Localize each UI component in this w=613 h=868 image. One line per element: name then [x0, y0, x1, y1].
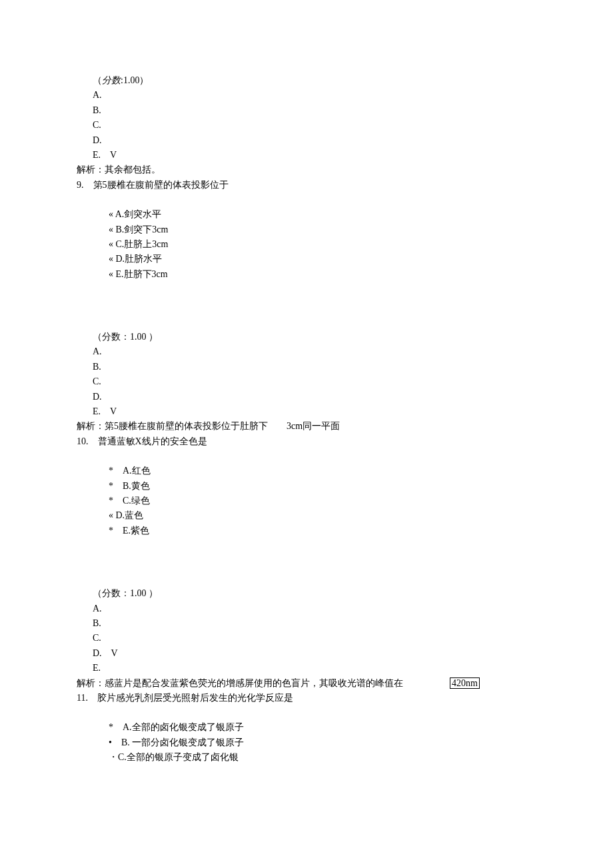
q11-option-a: * A.全部的卤化银变成了银原子 — [77, 720, 536, 735]
score-word: 分数 — [102, 75, 121, 85]
q9-option-a: « A.剑突水平 — [77, 207, 536, 222]
spacer — [77, 193, 536, 207]
q10-option-d: « D.蓝色 — [77, 508, 536, 523]
answer-option-b: B. — [77, 616, 536, 631]
question-text: 第5腰椎在腹前壁的体表投影位于 — [93, 180, 229, 190]
question-number: 9. — [77, 180, 84, 190]
bracket: （ — [93, 75, 102, 85]
explanation-text: 解析：其余都包括。 — [77, 163, 536, 177]
document-page: （分数:1.00） A. B. C. D. E. V 解析：其余都包括。 9. … — [0, 0, 613, 805]
score-line: （分数：1.00 ） — [77, 330, 536, 344]
question-text: 胶片感光乳剂层受光照射后发生的光化学反应是 — [97, 693, 293, 703]
answer-option-c: C. — [77, 631, 536, 646]
question-11: 11. 胶片感光乳剂层受光照射后发生的光化学反应是 — [77, 691, 536, 705]
question-text: 普通蓝敏X线片的安全色是 — [98, 436, 207, 446]
spacer — [77, 538, 536, 586]
q9-option-c: « C.肚脐上3cm — [77, 237, 536, 252]
q9-option-b: « B.剑突下3cm — [77, 222, 536, 237]
answer-option-a: A. — [77, 602, 536, 616]
answer-option-d: D. — [77, 390, 536, 404]
answer-option-e: E. — [77, 661, 536, 675]
score-line: （分数:1.00） — [77, 73, 536, 88]
explain-pre: 解析：感蓝片是配合发蓝紫色荧光的增感屏使用的色盲片，其吸收光谱的峰值在 — [77, 678, 403, 688]
answer-option-d: D. — [77, 133, 536, 148]
explanation-text: 解析：感蓝片是配合发蓝紫色荧光的增感屏使用的色盲片，其吸收光谱的峰值在 420n… — [77, 676, 536, 691]
q10-option-e: * E.紫色 — [77, 524, 536, 538]
q9-option-e: « E.肚脐下3cm — [77, 267, 536, 282]
q10-option-a: * A.红色 — [77, 464, 536, 478]
spacer — [77, 282, 536, 330]
explain-post: 3cm同一平面 — [287, 421, 340, 431]
answer-option-b: B. — [77, 103, 536, 118]
question-number: 11. — [77, 693, 88, 703]
answer-option-c: C. — [77, 374, 536, 389]
question-9: 9. 第5腰椎在腹前壁的体表投影位于 — [77, 178, 536, 193]
q11-option-c: ・C.全部的银原子变成了卤化银 — [77, 750, 536, 765]
answer-option-d: D. V — [77, 646, 536, 661]
explain-pre: 解析：第5腰椎在腹前壁的体表投影位于肚脐下 — [77, 421, 268, 431]
q11-option-b: • B. 一部分卤化银变成了银原子 — [77, 735, 536, 750]
q10-option-c: * C.绿色 — [77, 494, 536, 508]
question-10: 10. 普通蓝敏X线片的安全色是 — [77, 434, 536, 449]
q9-option-d: « D.肚脐水平 — [77, 252, 536, 266]
answer-option-a: A. — [77, 88, 536, 103]
q10-option-b: * B.黄色 — [77, 479, 536, 494]
answer-option-e: E. V — [77, 148, 536, 163]
highlighted-value: 420nm — [450, 677, 480, 689]
spacer — [77, 705, 536, 720]
answer-option-b: B. — [77, 360, 536, 374]
question-number: 10. — [77, 436, 89, 446]
answer-option-c: C. — [77, 118, 536, 133]
answer-option-a: A. — [77, 344, 536, 359]
answer-option-e: E. V — [77, 404, 536, 419]
explanation-text: 解析：第5腰椎在腹前壁的体表投影位于肚脐下 3cm同一平面 — [77, 419, 536, 434]
spacer — [77, 449, 536, 464]
score-value: :1.00） — [121, 75, 149, 85]
score-line: （分数：1.00 ） — [77, 586, 536, 601]
